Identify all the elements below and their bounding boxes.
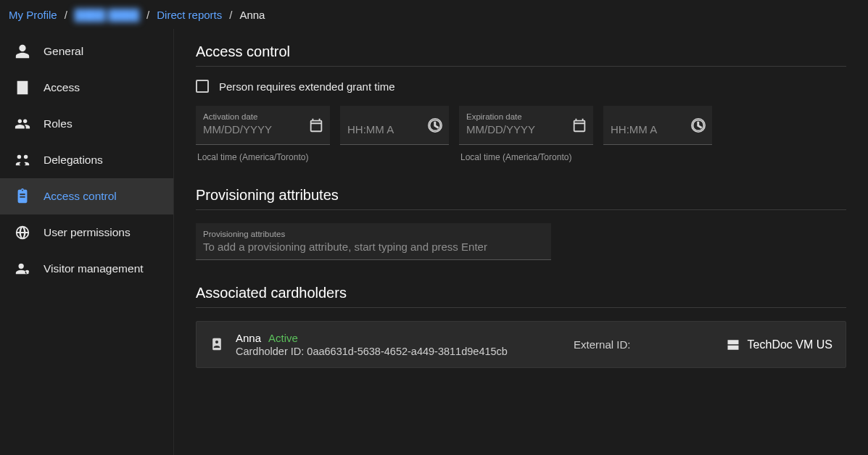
sidebar-item-general[interactable]: General xyxy=(0,33,173,70)
section-provisioning: Provisioning attributes Provisioning att… xyxy=(196,187,846,260)
sidebar-item-user-permissions[interactable]: User permissions xyxy=(0,214,173,251)
badge-icon xyxy=(210,337,224,353)
activation-date-placeholder: MM/DD/YYYY xyxy=(203,122,301,138)
person-icon xyxy=(15,43,30,59)
clock-icon[interactable] xyxy=(427,117,443,133)
building-icon xyxy=(15,80,30,96)
provisioning-label: Provisioning attributes xyxy=(203,229,544,239)
expiration-date-placeholder: MM/DD/YYYY xyxy=(466,122,564,138)
expiration-time-field[interactable]: HH:MM A xyxy=(603,106,712,145)
group-icon xyxy=(15,116,30,132)
breadcrumb-current: Anna xyxy=(239,9,265,21)
breadcrumb-separator: / xyxy=(146,9,149,21)
section-title-cardholders: Associated cardholders xyxy=(196,285,846,308)
sidebar: General Access Roles Delegations Access … xyxy=(0,29,174,455)
breadcrumb-my-profile[interactable]: My Profile xyxy=(9,9,57,21)
cardholder-status: Active xyxy=(268,332,298,344)
sidebar-item-label: Roles xyxy=(44,117,73,130)
swap-icon xyxy=(15,152,30,168)
expiration-helper: Local time (America/Toronto) xyxy=(459,152,593,162)
sidebar-item-access-control[interactable]: Access control xyxy=(0,178,173,214)
breadcrumb-direct-reports[interactable]: Direct reports xyxy=(157,9,222,21)
sidebar-item-label: User permissions xyxy=(44,226,131,239)
breadcrumb-redacted[interactable]: ████ ████ xyxy=(75,9,139,21)
expiration-date-label: Expiration date xyxy=(466,112,564,122)
extended-grant-label: Person requires extended grant time xyxy=(219,80,395,93)
sidebar-item-label: Access xyxy=(44,81,80,94)
sidebar-item-label: Delegations xyxy=(44,154,103,167)
cardholder-id-value: 0aa6631d-5638-4652-a449-3811d9e415cb xyxy=(307,346,508,357)
activation-date-field[interactable]: Activation date MM/DD/YYYY xyxy=(196,106,330,145)
breadcrumb-separator: / xyxy=(229,9,232,21)
sidebar-item-access[interactable]: Access xyxy=(0,70,173,106)
sidebar-item-label: Access control xyxy=(44,190,117,203)
section-access-control: Access control Person requires extended … xyxy=(196,43,846,162)
sidebar-item-label: General xyxy=(44,45,83,58)
breadcrumb-separator: / xyxy=(65,9,67,21)
cardholder-name: Anna xyxy=(236,332,261,344)
cardholder-id-label: Cardholder ID: xyxy=(236,346,307,357)
server-icon xyxy=(726,338,740,352)
expiration-date-field[interactable]: Expiration date MM/DD/YYYY xyxy=(459,106,593,145)
cardholder-row[interactable]: Anna Active Cardholder ID: 0aa6631d-5638… xyxy=(196,321,846,368)
section-cardholders: Associated cardholders Anna Active Cardh… xyxy=(196,285,846,368)
calendar-icon[interactable] xyxy=(571,117,587,133)
activation-time-field[interactable]: HH:MM A xyxy=(340,106,449,145)
sidebar-item-visitor-management[interactable]: Visitor management xyxy=(0,251,173,287)
cardholder-source: TechDoc VM US xyxy=(748,338,832,351)
provisioning-placeholder: To add a provisioning attribute, start t… xyxy=(203,239,544,255)
external-id-label: External ID: xyxy=(574,338,630,351)
expiration-time-placeholder: HH:MM A xyxy=(611,122,683,138)
clock-icon[interactable] xyxy=(690,117,706,133)
extended-grant-checkbox[interactable] xyxy=(196,80,209,93)
section-title-access-control: Access control xyxy=(196,43,846,67)
calendar-icon[interactable] xyxy=(308,117,324,133)
sidebar-item-label: Visitor management xyxy=(44,262,144,275)
activation-helper: Local time (America/Toronto) xyxy=(196,152,330,162)
provisioning-field[interactable]: Provisioning attributes To add a provisi… xyxy=(196,223,551,260)
activation-date-label: Activation date xyxy=(203,112,301,122)
clipboard-icon xyxy=(15,188,30,204)
breadcrumb: My Profile / ████ ████ / Direct reports … xyxy=(0,0,868,29)
activation-time-placeholder: HH:MM A xyxy=(347,122,420,138)
visitor-icon xyxy=(15,261,30,277)
globe-icon xyxy=(15,225,30,241)
sidebar-item-delegations[interactable]: Delegations xyxy=(0,142,173,178)
main-content: Access control Person requires extended … xyxy=(174,29,868,455)
section-title-provisioning: Provisioning attributes xyxy=(196,187,846,210)
sidebar-item-roles[interactable]: Roles xyxy=(0,106,173,142)
